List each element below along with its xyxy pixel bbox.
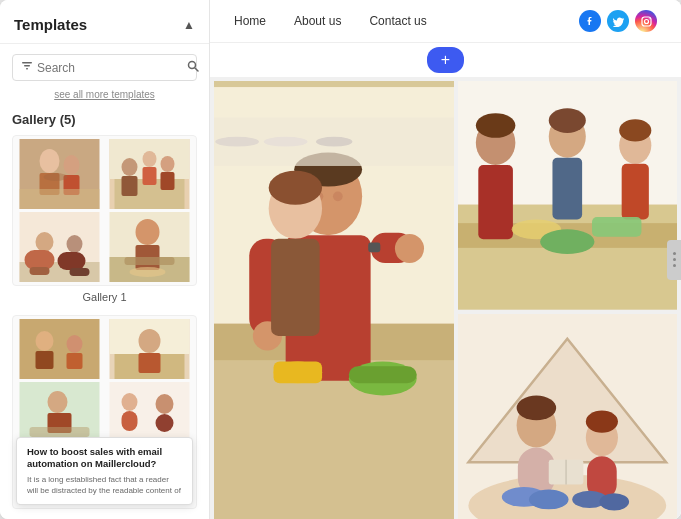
popup-text: It is a long established fact that a rea… — [27, 474, 182, 496]
svg-rect-10 — [20, 189, 100, 209]
handle-dot-1 — [673, 252, 676, 255]
svg-point-101 — [549, 109, 586, 134]
svg-rect-49 — [110, 382, 190, 442]
svg-rect-48 — [30, 427, 90, 437]
svg-line-4 — [195, 68, 198, 71]
svg-point-17 — [143, 151, 157, 167]
right-panel: Home About us Contact us — [210, 0, 681, 519]
gallery-grid-1 — [12, 135, 197, 286]
twitter-icon[interactable] — [607, 10, 629, 32]
svg-point-38 — [67, 335, 83, 353]
search-icon[interactable] — [187, 60, 199, 75]
gallery-thumb-cooking — [106, 212, 193, 282]
svg-rect-0 — [22, 62, 32, 64]
nav-links: Home About us Contact us — [234, 14, 427, 28]
svg-rect-16 — [122, 176, 138, 196]
svg-point-92 — [316, 137, 352, 147]
svg-rect-107 — [592, 217, 641, 237]
resize-handle[interactable] — [667, 240, 681, 280]
svg-rect-28 — [70, 268, 90, 276]
svg-rect-99 — [479, 165, 514, 239]
add-button-bar: + — [210, 43, 681, 77]
svg-point-66 — [648, 18, 649, 19]
svg-point-122 — [600, 493, 630, 510]
svg-rect-87 — [349, 367, 417, 384]
svg-point-15 — [122, 158, 138, 176]
popup-title: How to boost sales with email automation… — [27, 446, 182, 471]
svg-point-23 — [36, 232, 54, 252]
gallery-content-area — [210, 77, 681, 519]
filter-icon[interactable] — [21, 60, 33, 75]
svg-point-31 — [136, 219, 160, 245]
svg-rect-51 — [122, 411, 138, 431]
panel-title: Templates — [14, 16, 87, 33]
svg-point-65 — [644, 19, 648, 23]
svg-point-108 — [541, 230, 595, 255]
handle-dots — [673, 252, 676, 267]
social-icons — [579, 10, 657, 32]
svg-rect-88 — [214, 81, 454, 87]
svg-point-11 — [44, 173, 68, 181]
gallery-item-2[interactable]: How to boost sales with email automation… — [12, 315, 197, 509]
gallery-main-col — [214, 81, 454, 519]
preview-nav: Home About us Contact us — [210, 0, 681, 43]
gallery-thumb-family — [106, 139, 193, 209]
gallery-item-1-label: Gallery 1 — [12, 291, 197, 303]
svg-point-104 — [620, 120, 652, 142]
svg-point-50 — [122, 393, 138, 411]
svg-rect-26 — [58, 252, 86, 270]
gallery2-thumb-4 — [106, 382, 193, 442]
svg-point-74 — [333, 192, 343, 202]
svg-point-117 — [529, 490, 569, 510]
popup-notification: How to boost sales with email automation… — [16, 437, 193, 505]
svg-point-19 — [161, 156, 175, 172]
svg-rect-85 — [274, 362, 323, 384]
handle-dot-3 — [673, 264, 676, 267]
nav-contact[interactable]: Contact us — [369, 14, 426, 28]
gallery-section: Gallery (5) — [0, 106, 209, 519]
gallery-item-1[interactable]: Gallery 1 — [12, 135, 197, 303]
facebook-icon[interactable] — [579, 10, 601, 32]
panel-header: Templates ▲ — [0, 0, 209, 44]
svg-point-114 — [517, 396, 557, 421]
instagram-icon[interactable] — [635, 10, 657, 32]
nav-home[interactable]: Home — [234, 14, 266, 28]
svg-point-46 — [48, 391, 68, 413]
svg-point-52 — [156, 394, 174, 414]
gallery2-thumb-1 — [16, 319, 103, 379]
svg-point-119 — [586, 410, 618, 432]
svg-point-36 — [36, 331, 54, 351]
see-all-link[interactable]: see all more templates — [0, 87, 209, 106]
svg-rect-105 — [622, 164, 649, 220]
gallery2-thumb-3 — [16, 382, 103, 442]
svg-point-91 — [264, 137, 308, 147]
main-gallery-image — [214, 81, 454, 519]
svg-rect-20 — [161, 172, 175, 190]
add-section-button[interactable]: + — [427, 47, 464, 73]
gallery-bottom-right-image — [458, 314, 677, 519]
svg-rect-37 — [36, 351, 54, 369]
gallery-right-col — [458, 81, 677, 519]
app-container: Templates ▲ see all more templates — [0, 0, 681, 519]
search-input[interactable] — [37, 61, 187, 75]
gallery-thumb-couple — [16, 139, 103, 209]
svg-rect-35 — [20, 319, 100, 379]
svg-rect-33 — [125, 257, 175, 265]
svg-point-98 — [476, 114, 516, 139]
svg-point-34 — [130, 267, 166, 277]
gallery-top-right-image — [458, 81, 677, 310]
svg-rect-83 — [271, 239, 320, 336]
search-bar — [12, 54, 197, 81]
svg-rect-18 — [143, 167, 157, 185]
svg-rect-44 — [139, 353, 161, 373]
svg-point-6 — [40, 149, 60, 173]
left-panel: Templates ▲ see all more templates — [0, 0, 210, 519]
nav-about[interactable]: About us — [294, 14, 341, 28]
svg-point-3 — [189, 62, 196, 69]
svg-rect-1 — [24, 65, 30, 67]
svg-rect-64 — [642, 17, 651, 26]
website-preview: Home About us Contact us — [210, 0, 681, 519]
chevron-up-icon[interactable]: ▲ — [183, 18, 195, 32]
svg-point-82 — [269, 171, 322, 205]
svg-point-79 — [395, 234, 424, 263]
